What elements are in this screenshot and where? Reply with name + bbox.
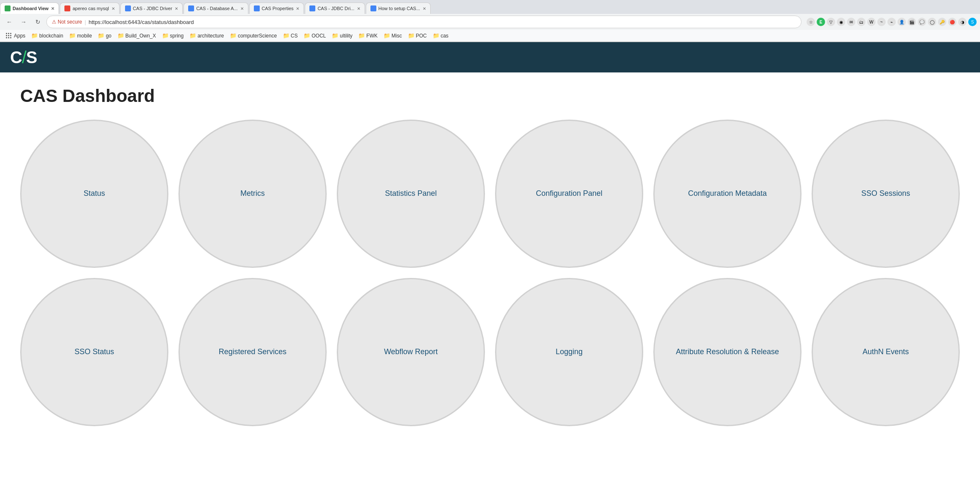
tab-close-5[interactable]: ✕ [296,6,299,11]
dashboard-item-logging[interactable]: Logging [495,278,643,426]
bm-cas[interactable]: 📁 cas [430,32,451,40]
address-bar[interactable]: ⚠ Not secure | https://localhost:6443/ca… [46,16,802,28]
tab-bar: Dashboard View ✕ apereo cas mysql ✕ CAS … [0,0,980,14]
folder-icon: 📁 [433,32,439,39]
ext-icon-1[interactable]: ▽ [827,18,835,26]
ext-icon-11[interactable]: ◯ [928,18,936,26]
bm-mobile-label: mobile [77,33,92,39]
bm-spring[interactable]: 📁 spring [160,32,186,40]
dashboard-item-metrics-label: Metrics [240,189,265,198]
tab-close-2[interactable]: ✕ [112,6,115,11]
bm-oocl[interactable]: 📁 OOCL [301,32,328,40]
bm-ultility-label: ultility [340,33,352,39]
tab-label-2: apereo cas mysql [72,6,109,11]
bm-build-own-x[interactable]: 📁 Build_Own_X [115,32,159,40]
folder-icon: 📁 [283,32,290,39]
logo-slash: / [22,48,26,67]
tab-apereo[interactable]: apereo cas mysql ✕ [60,3,119,14]
folder-icon: 📁 [230,32,237,39]
dashboard-item-statistics-panel[interactable]: Statistics Panel [337,120,485,268]
dashboard-item-configuration-panel[interactable]: Configuration Panel [495,120,643,268]
folder-icon: 📁 [304,32,310,39]
skype-icon[interactable]: S [968,18,977,26]
bm-cas-label: cas [441,33,449,39]
ext-icon-12[interactable]: 🔑 [938,18,946,26]
evernote-icon[interactable]: E [817,18,825,26]
folder-icon: 📁 [69,32,76,39]
tab-close-7[interactable]: ✕ [423,6,426,11]
ext-icon-8[interactable]: 👤 [897,18,906,26]
bm-go[interactable]: 📁 go [95,32,114,40]
folder-icon: 📁 [117,32,124,39]
bookmark-star-icon[interactable]: ☆ [807,18,815,26]
ext-icon-14[interactable]: ◑ [958,18,967,26]
tab-close-1[interactable]: ✕ [51,6,54,11]
bm-fwk[interactable]: 📁 FWK [356,32,380,40]
bm-apps-button[interactable]: Apps [3,32,28,40]
cas-header: C/S [0,42,980,72]
bm-blockchain[interactable]: 📁 blockchain [29,32,66,40]
tab-label-6: CAS - JDBC Dri... [317,6,354,11]
dashboard-item-sso-status[interactable]: SSO Status [20,278,168,426]
dashboard-item-registered-services[interactable]: Registered Services [178,278,327,426]
bm-oocl-label: OOCL [312,33,326,39]
page-title: CAS Dashboard [20,86,960,106]
bm-poc[interactable]: 📁 POC [405,32,429,40]
dashboard-item-metrics[interactable]: Metrics [178,120,327,268]
ext-icon-7[interactable]: ⌁ [887,18,896,26]
tab-favicon-5 [254,5,260,11]
bm-computerscience[interactable]: 📁 computerScience [227,32,280,40]
bm-cs[interactable]: 📁 CS [280,32,301,40]
tab-database[interactable]: CAS - Database A... ✕ [184,3,248,14]
bm-build-own-x-label: Build_Own_X [125,33,156,39]
dashboard-item-statistics-panel-label: Statistics Panel [385,189,437,198]
folder-icon: 📁 [383,32,390,39]
dashboard-item-sso-sessions[interactable]: SSO Sessions [812,120,960,268]
main-content: CAS Dashboard Status Metrics Statistics … [0,72,980,450]
tab-jdbc2[interactable]: CAS - JDBC Dri... ✕ [305,3,365,14]
tab-properties[interactable]: CAS Properties ✕ [249,3,304,14]
folder-icon: 📁 [332,32,338,39]
tab-dashboard-view[interactable]: Dashboard View ✕ [0,3,59,14]
tab-close-4[interactable]: ✕ [240,6,244,11]
ext-icon-2[interactable]: ◉ [837,18,845,26]
folder-icon: 📁 [98,32,104,39]
ext-icon-6[interactable]: ~ [877,18,886,26]
tab-jdbc1[interactable]: CAS - JDBC Driver ✕ [120,3,183,14]
tab-close-6[interactable]: ✕ [357,6,360,11]
tab-favicon-1 [5,5,11,11]
dashboard-item-status[interactable]: Status [20,120,168,268]
dashboard-item-attribute-resolution-release[interactable]: Attribute Resolution & Release [653,278,802,426]
folder-icon: 📁 [358,32,365,39]
bm-blockchain-label: blockchain [39,33,63,39]
back-button[interactable]: ← [3,16,15,28]
dashboard-item-webflow-report-label: Webflow Report [384,347,438,357]
tab-setup[interactable]: How to setup CAS... ✕ [366,3,431,14]
tab-label-1: Dashboard View [13,6,48,11]
tab-close-3[interactable]: ✕ [175,6,178,11]
bm-misc-label: Misc [391,33,402,39]
address-bar-row: ← → ↻ ⚠ Not secure | https://localhost:6… [0,14,980,30]
tab-label-7: How to setup CAS... [378,6,420,11]
dashboard-item-attribute-resolution-release-label: Attribute Resolution & Release [676,347,779,357]
dashboard-item-webflow-report[interactable]: Webflow Report [337,278,485,426]
reload-button[interactable]: ↻ [32,16,44,28]
bm-cs-label: CS [291,33,298,39]
forward-button[interactable]: → [18,16,29,28]
dashboard-item-configuration-panel-label: Configuration Panel [536,189,602,198]
bm-ultility[interactable]: 📁 ultility [329,32,355,40]
url-separator: | [85,19,86,25]
tab-favicon-4 [188,5,194,11]
bm-misc[interactable]: 📁 Misc [381,32,405,40]
ext-icon-9[interactable]: 🎬 [908,18,916,26]
dashboard-item-configuration-metadata[interactable]: Configuration Metadata [653,120,802,268]
ext-icon-4[interactable]: 🗂 [857,18,865,26]
ext-icon-5[interactable]: W [867,18,876,26]
ext-icon-10[interactable]: 💬 [918,18,926,26]
bm-mobile[interactable]: 📁 mobile [67,32,94,40]
dashboard-item-logging-label: Logging [556,347,583,357]
dashboard-item-authn-events[interactable]: AuthN Events [812,278,960,426]
bm-architecture[interactable]: 📁 architecture [187,32,226,40]
ext-icon-3[interactable]: ✉ [847,18,855,26]
ext-icon-13[interactable]: 🔴 [948,18,956,26]
